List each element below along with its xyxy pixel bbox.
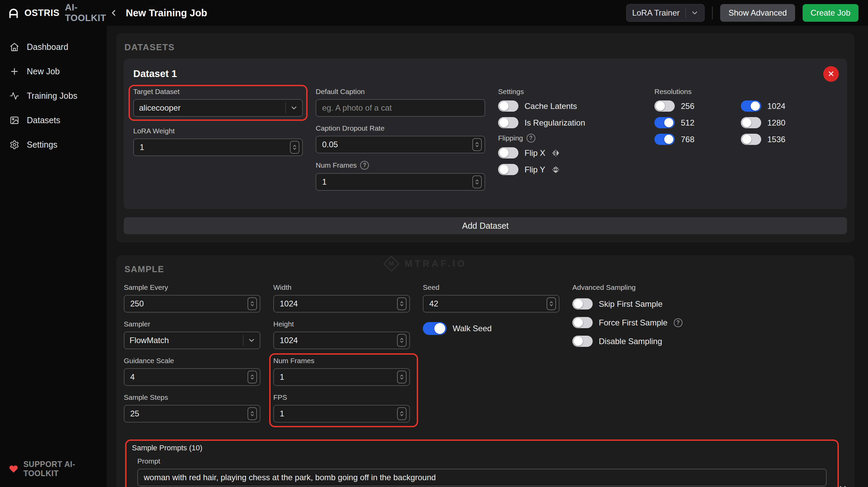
sample-steps-label: Sample Steps (124, 393, 260, 401)
number-stepper-icon[interactable] (547, 297, 556, 310)
flip-x-toggle[interactable] (498, 147, 518, 158)
chevron-left-icon (109, 8, 118, 18)
show-advanced-button[interactable]: Show Advanced (720, 4, 795, 22)
resolution-row: 1536 (741, 134, 827, 145)
remove-prompt-button[interactable]: ✕ (839, 484, 847, 487)
walk-seed-toggle[interactable] (423, 322, 447, 335)
skip-first-sample-label: Skip First Sample (599, 299, 663, 309)
dataset-grid: Target Dataset alicecooper LoRA Weight (133, 88, 837, 198)
number-stepper-icon[interactable] (397, 407, 407, 420)
resolution-256-toggle[interactable] (654, 100, 675, 112)
help-icon[interactable]: ? (527, 134, 535, 143)
sample-prompts-title: Sample Prompts (10) (132, 444, 832, 452)
number-stepper-icon[interactable] (248, 371, 257, 383)
dataset-num-frames-input[interactable] (321, 177, 472, 187)
number-stepper-icon[interactable] (248, 407, 257, 420)
flip-y-toggle[interactable] (498, 164, 518, 175)
page-head: New Training Job (107, 1, 207, 25)
resolution-1024-toggle[interactable] (741, 100, 761, 112)
support-link[interactable]: SUPPORT AI-TOOLKIT (9, 460, 107, 478)
sample-every-input[interactable] (130, 299, 248, 309)
default-caption-input[interactable] (321, 103, 482, 113)
resolution-1536-toggle[interactable] (741, 134, 761, 145)
lora-weight-label: LoRA Weight (133, 127, 303, 135)
sampler-value: FlowMatch (130, 336, 243, 345)
sampler-select[interactable]: FlowMatch (124, 332, 260, 349)
number-stepper-icon[interactable] (397, 371, 407, 383)
sample-height-input[interactable] (279, 335, 397, 345)
dataset-settings-col: Settings Cache Latents Is Regularization… (498, 88, 642, 181)
guidance-scale-input[interactable] (130, 372, 248, 382)
remove-dataset-button[interactable]: ✕ (823, 66, 839, 82)
number-stepper-icon[interactable] (472, 138, 482, 151)
seed-input[interactable] (429, 299, 547, 309)
resolution-row: 512 (654, 117, 741, 128)
prompt-control (137, 469, 827, 486)
app-logo-icon (7, 7, 20, 19)
resolution-1280-toggle[interactable] (741, 117, 761, 128)
sample-num-frames-control (273, 368, 410, 386)
disable-sampling-toggle[interactable] (572, 336, 593, 347)
cache-latents-toggle[interactable] (498, 100, 518, 112)
flipping-label: Flipping ? (498, 134, 642, 143)
support-label: SUPPORT AI-TOOLKIT (23, 460, 107, 478)
sample-num-frames-input[interactable] (279, 372, 397, 382)
sidebar-item-datasets[interactable]: Datasets (0, 108, 107, 132)
resolutions-right: 1024 1280 1536 (741, 100, 827, 150)
number-stepper-icon[interactable] (248, 297, 257, 310)
sample-steps-input[interactable] (130, 409, 248, 419)
select-divider (686, 8, 686, 18)
sidebar-item-new-job[interactable]: New Job (0, 59, 107, 83)
help-icon[interactable]: ? (674, 318, 683, 327)
brand-suffix: AI-TOOLKIT (65, 2, 107, 23)
fps-input[interactable] (279, 409, 397, 419)
is-regularization-toggle[interactable] (498, 117, 518, 128)
resolution-768-toggle[interactable] (654, 134, 675, 145)
sample-height-control (273, 332, 410, 349)
caption-dropout-input[interactable] (321, 139, 472, 150)
sample-every-control (124, 295, 260, 313)
guidance-scale-field: Guidance Scale (124, 357, 260, 386)
resolution-row: 768 (654, 134, 741, 145)
back-button[interactable] (107, 6, 120, 20)
resolution-label: 512 (681, 118, 694, 128)
default-caption-control (316, 99, 485, 117)
target-dataset-select[interactable]: alicecooper (133, 99, 303, 117)
prompt-input[interactable] (143, 472, 823, 483)
create-job-button[interactable]: Create Job (803, 4, 859, 22)
seed-control (423, 295, 559, 313)
add-dataset-button[interactable]: Add Dataset (124, 217, 847, 234)
lora-weight-input[interactable] (139, 142, 290, 152)
trainer-type-select[interactable]: LoRA Trainer (626, 4, 705, 22)
number-stepper-icon[interactable] (472, 175, 482, 188)
force-first-sample-toggle[interactable] (572, 317, 593, 328)
sample-col-3: Seed Walk Seed (423, 283, 559, 340)
resolution-row: 256 (654, 100, 741, 112)
target-dataset-label: Target Dataset (133, 88, 303, 96)
resolution-512-toggle[interactable] (654, 117, 675, 128)
flip-y-row: Flip Y (498, 164, 642, 175)
top-bar: OSTRIS AI-TOOLKIT New Training Job LoRA … (0, 0, 868, 26)
sidebar-item-dashboard[interactable]: Dashboard (0, 35, 107, 59)
resolutions-left: 256 512 768 (654, 100, 741, 150)
sample-steps-field: Sample Steps (124, 393, 260, 423)
sidebar-item-training-jobs[interactable]: Training Jobs (0, 83, 107, 108)
sample-section-title: SAMPLE (124, 264, 847, 275)
skip-first-sample-toggle[interactable] (572, 298, 593, 310)
sidebar-item-label: Datasets (27, 115, 60, 125)
resolution-label: 1536 (767, 135, 785, 144)
sample-col-2: Width Height (273, 283, 410, 423)
sample-width-input[interactable] (279, 299, 397, 309)
plus-icon (9, 67, 19, 76)
sampler-field: Sampler FlowMatch (124, 320, 260, 349)
prompts-annotation-group: Sample Prompts (10) Prompt (132, 444, 832, 487)
number-stepper-icon[interactable] (397, 297, 407, 310)
sidebar-item-settings[interactable]: Settings (0, 132, 107, 157)
help-icon[interactable]: ? (360, 161, 369, 170)
datasets-panel: DATASETS ✕ Dataset 1 Target Dataset alic… (116, 33, 854, 242)
number-stepper-icon[interactable] (290, 141, 299, 154)
settings-label: Settings (498, 88, 642, 96)
number-stepper-icon[interactable] (397, 334, 407, 347)
sample-width-label: Width (273, 283, 410, 292)
sidebar: Dashboard New Job Training Jobs Datasets… (0, 26, 107, 487)
